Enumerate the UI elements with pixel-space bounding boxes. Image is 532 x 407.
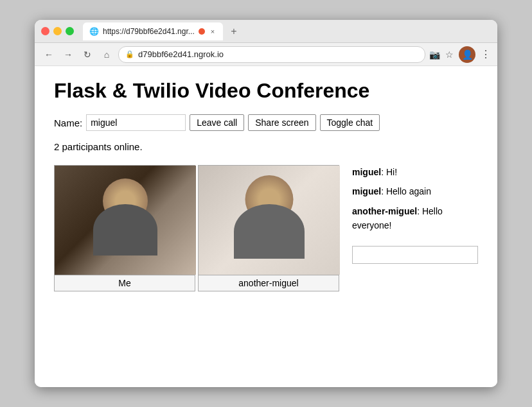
profile-avatar[interactable]: 👤	[459, 46, 475, 63]
browser-window: 🌐 https://d79bbf6e2d41.ngr... × + ← → ↻ …	[35, 20, 497, 387]
chat-username-2: another-miguel	[352, 206, 417, 216]
chat-username-1: miguel	[352, 186, 381, 196]
chat-section: miguel: Hi! miguel: Hello again another-…	[352, 165, 478, 264]
video-tile-other: another-miguel	[198, 165, 339, 291]
home-button[interactable]: ⌂	[99, 47, 114, 62]
titlebar: 🌐 https://d79bbf6e2d41.ngr... × +	[35, 20, 497, 43]
page-content: Flask & Twilio Video Conference Name: Le…	[35, 66, 497, 387]
close-tab-button[interactable]: ×	[209, 28, 217, 35]
main-area: Me another-miguel miguel: Hi!	[54, 165, 478, 291]
tab-title: https://d79bbf6e2d41.ngr...	[103, 27, 195, 36]
video-frame-other	[199, 166, 340, 275]
name-label: Name:	[54, 117, 82, 128]
close-button[interactable]	[41, 27, 49, 35]
page-title: Flask & Twilio Video Conference	[54, 79, 478, 103]
chat-username-0: miguel	[352, 167, 381, 177]
reload-button[interactable]: ↻	[80, 47, 95, 62]
recording-indicator	[199, 28, 205, 35]
chat-message-1: miguel: Hello again	[352, 184, 478, 198]
url-text: d79bbf6e2d41.ngrok.io	[138, 49, 224, 59]
forward-button[interactable]: →	[60, 47, 76, 62]
toggle-chat-button[interactable]: Toggle chat	[320, 114, 380, 131]
chat-message-0: miguel: Hi!	[352, 165, 478, 179]
video-grid: Me another-miguel	[54, 165, 339, 291]
video-tile-me: Me	[54, 165, 195, 291]
chat-message-2: another-miguel: Hello everyone!	[352, 204, 478, 233]
url-bar[interactable]: 🔒 d79bbf6e2d41.ngrok.io	[118, 46, 425, 63]
chat-text-0: Hi!	[386, 167, 397, 177]
chat-messages: miguel: Hi! miguel: Hello again another-…	[352, 165, 478, 238]
active-tab[interactable]: 🌐 https://d79bbf6e2d41.ngr... ×	[83, 22, 223, 40]
tab-favicon: 🌐	[89, 27, 99, 36]
toolbar-right: 📷 ☆ 👤 ⋮	[429, 46, 491, 63]
participants-count: 2 participants online.	[54, 141, 478, 152]
new-tab-button[interactable]: +	[228, 26, 239, 37]
video-frame-me	[55, 166, 196, 275]
browser-toolbar: ← → ↻ ⌂ 🔒 d79bbf6e2d41.ngrok.io 📷 ☆ 👤 ⋮	[35, 43, 497, 66]
name-input[interactable]	[86, 114, 186, 131]
more-options-icon[interactable]: ⋮	[481, 48, 491, 60]
bookmark-icon[interactable]: ☆	[445, 49, 454, 60]
minimize-button[interactable]	[53, 27, 62, 35]
chat-input[interactable]	[352, 246, 478, 264]
traffic-lights	[41, 27, 74, 35]
chat-text-1: Hello again	[386, 186, 431, 196]
video-label-me: Me	[55, 275, 195, 291]
leave-call-button[interactable]: Leave call	[190, 114, 244, 131]
controls-row: Name: Leave call Share screen Toggle cha…	[54, 114, 478, 131]
back-button[interactable]: ←	[41, 47, 57, 62]
lock-icon: 🔒	[125, 50, 134, 58]
video-label-other: another-miguel	[199, 275, 339, 291]
maximize-button[interactable]	[66, 27, 74, 35]
share-screen-button[interactable]: Share screen	[248, 114, 315, 131]
camera-icon[interactable]: 📷	[429, 49, 440, 60]
